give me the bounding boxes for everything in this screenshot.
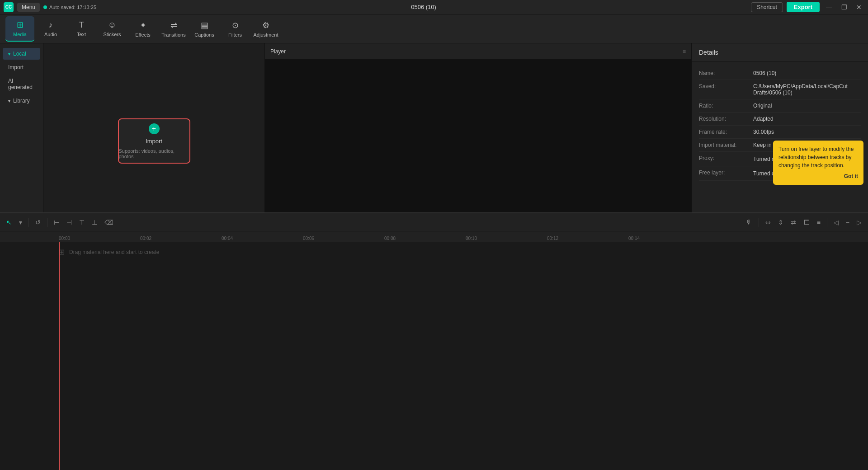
detail-value-3: Adapted (753, 116, 861, 122)
split-top-button[interactable]: ⊤ (76, 217, 87, 228)
detail-label-5: Import material: (699, 142, 753, 148)
toolbar-item-adjustment[interactable]: ⚙Adjustment (251, 16, 280, 42)
toolbar-label-stickers: Stickers (103, 32, 121, 37)
split-center-button[interactable]: ⊣ (64, 217, 75, 228)
shortcut-button[interactable]: Shortcut (751, 2, 783, 12)
toolbar-item-effects[interactable]: ✦Effects (128, 16, 157, 42)
free-layer-tooltip: Turn on free layer to modify the relatio… (773, 141, 863, 185)
split-h-button[interactable]: ⇕ (775, 217, 786, 228)
ruler-label-1: 00:02 (140, 236, 151, 241)
toolbar-item-transitions[interactable]: ⇌Transitions (159, 16, 188, 42)
details-panel: Details Name:0506 (10)Saved:C:/Users/MyP… (692, 43, 868, 239)
player: Player ≡ 00:00:00:00 / 00:00:00:00 ▶ ⊙ R… (265, 43, 692, 239)
menu-button[interactable]: Menu (17, 3, 40, 12)
toolbar-divider-4 (827, 218, 827, 227)
detail-row-2: Ratio:Original (699, 99, 861, 113)
arrow-library: ▾ (8, 99, 10, 103)
timeline-toolbar: ↖ ▾ ↺ ⊢ ⊣ ⊤ ⊥ ⌫ 🎙 ⇔ ⇕ ⇄ ⧠ ≡ ◁ − ▷ (0, 213, 868, 231)
autosave-text: Auto saved: 17:13:25 (49, 5, 96, 10)
sidebar-label-library: Library (13, 98, 30, 104)
adjustment-icon: ⚙ (262, 20, 269, 30)
detail-label-0: Name: (699, 70, 753, 76)
compress-button[interactable]: ⇄ (788, 217, 799, 228)
captions-button[interactable]: ≡ (814, 217, 823, 228)
toolbar-item-text[interactable]: TText (67, 16, 96, 42)
autosave-indicator: Auto saved: 17:13:25 (43, 5, 96, 10)
detail-label-1: Saved: (699, 83, 753, 96)
detail-label-7: Free layer: (699, 169, 753, 177)
snap-button[interactable]: ⧠ (801, 217, 812, 228)
import-area: + Import Supports: videos, audios, photo… (43, 43, 264, 239)
titlebar-left: CC Menu Auto saved: 17:13:25 (4, 2, 96, 12)
select-tool-button[interactable]: ↖ (4, 217, 14, 228)
delete-button[interactable]: ⌫ (102, 217, 116, 228)
ruler-label-5: 00:10 (466, 236, 477, 241)
detail-row-1: Saved:C:/Users/MyPC/AppData/Local/CapCut… (699, 80, 861, 99)
content-area: ▾LocalImportAI generated▾Library + Impor… (0, 43, 868, 239)
tracks-container: ⊞ Drag material here and start to create (0, 242, 868, 470)
sidebar-item-import[interactable]: Import (3, 61, 40, 73)
close-button[interactable]: ✕ (854, 3, 864, 12)
detail-value-2: Original (753, 103, 861, 109)
project-title: 0506 (10) (411, 4, 436, 10)
sidebar-label-ai_generated: AI generated (8, 78, 35, 90)
titlebar-right: Shortcut Export — ❐ ✕ (751, 2, 864, 12)
ruler-label-0: 00:00 (59, 236, 70, 241)
sidebar-item-local[interactable]: ▾Local (3, 48, 40, 60)
toolbar-item-filters[interactable]: ⊙Filters (221, 16, 250, 42)
ruler-label-3: 00:06 (303, 236, 314, 241)
prev-button[interactable]: ◁ (831, 217, 841, 228)
toolbar-label-filters: Filters (228, 32, 242, 38)
detail-label-2: Ratio: (699, 103, 753, 109)
captions-icon: ▤ (201, 20, 208, 30)
toolbar-label-transitions: Transitions (161, 32, 185, 38)
import-plus-icon: + (149, 123, 160, 134)
undo-button[interactable]: ↺ (33, 217, 43, 228)
detail-value-1: C:/Users/MyPC/AppData/Local/CapCut Draft… (753, 83, 861, 96)
detail-label-6: Proxy: (699, 155, 753, 163)
minimize-button[interactable]: — (823, 3, 835, 12)
sidebar-item-ai_generated[interactable]: AI generated (3, 75, 40, 93)
toolbar-divider-3 (759, 218, 759, 227)
export-button[interactable]: Export (787, 2, 820, 12)
join-button[interactable]: ⇔ (763, 217, 774, 228)
import-box[interactable]: + Import Supports: videos, audios, photo… (118, 118, 190, 164)
mic-button[interactable]: 🎙 (743, 217, 755, 228)
zoom-out-button[interactable]: − (843, 217, 852, 228)
transitions-icon: ⇌ (170, 20, 177, 30)
detail-label-3: Resolution: (699, 116, 753, 122)
split-all-button[interactable]: ⊥ (89, 217, 100, 228)
toolbar-item-media[interactable]: ⊞Media (5, 16, 34, 42)
titlebar: CC Menu Auto saved: 17:13:25 0506 (10) S… (0, 0, 868, 14)
toolbar-item-stickers[interactable]: ☺Stickers (98, 16, 127, 42)
toolbar-item-captions[interactable]: ▤Captions (190, 16, 219, 42)
sidebar-label-import: Import (8, 64, 24, 70)
drag-hint-text: Drag material here and start to create (69, 249, 159, 255)
player-menu-icon[interactable]: ≡ (683, 48, 686, 55)
sidebar-item-library[interactable]: ▾Library (3, 95, 40, 107)
details-body: Name:0506 (10)Saved:C:/Users/MyPC/AppDat… (692, 61, 868, 217)
ruler-mark-7: 00:14 (628, 236, 640, 241)
import-sublabel: Supports: videos, audios, photos (119, 148, 189, 159)
tooltip-got-it[interactable]: Got it (778, 172, 858, 180)
player-canvas (265, 60, 691, 219)
restore-button[interactable]: ❐ (839, 3, 850, 12)
text-icon: T (79, 20, 84, 30)
ruler-label-4: 00:08 (384, 236, 396, 241)
timeline-area: ↖ ▾ ↺ ⊢ ⊣ ⊤ ⊥ ⌫ 🎙 ⇔ ⇕ ⇄ ⧠ ≡ ◁ − ▷ 00:000… (0, 212, 868, 470)
next-button[interactable]: ▷ (854, 217, 864, 228)
detail-value-0: 0506 (10) (753, 70, 861, 76)
split-left-button[interactable]: ⊢ (51, 217, 62, 228)
effects-icon: ✦ (140, 20, 146, 30)
logo-icon: CC (4, 2, 14, 12)
select-dropdown-button[interactable]: ▾ (16, 217, 25, 228)
media-panel: + Import Supports: videos, audios, photo… (43, 43, 265, 239)
detail-row-0: Name:0506 (10) (699, 67, 861, 80)
filters-icon: ⊙ (232, 20, 239, 30)
ruler-label-2: 00:04 (222, 236, 233, 241)
playhead[interactable] (59, 242, 60, 470)
toolbar-right: 🎙 ⇔ ⇕ ⇄ ⧠ ≡ ◁ − ▷ (743, 217, 864, 228)
tooltip-text: Turn on free layer to modify the relatio… (778, 145, 858, 169)
toolbar-item-audio[interactable]: ♪Audio (36, 16, 65, 42)
ruler-mark-1: 00:02 (140, 236, 151, 241)
